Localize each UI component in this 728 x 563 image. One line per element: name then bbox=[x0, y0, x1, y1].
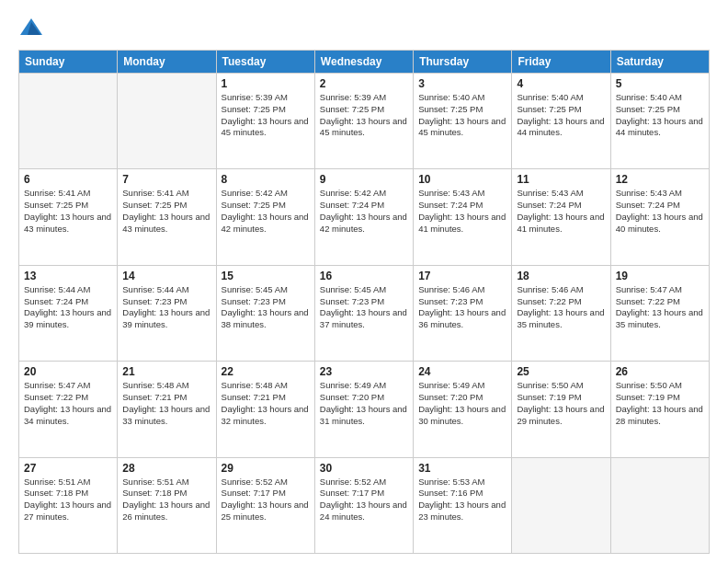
day-info: Sunrise: 5:40 AM Sunset: 7:25 PM Dayligh… bbox=[616, 92, 704, 139]
day-info: Sunrise: 5:45 AM Sunset: 7:23 PM Dayligh… bbox=[320, 284, 408, 331]
calendar-cell: 22Sunrise: 5:48 AM Sunset: 7:21 PM Dayli… bbox=[216, 362, 314, 457]
day-number: 13 bbox=[24, 270, 112, 282]
calendar-cell: 20Sunrise: 5:47 AM Sunset: 7:22 PM Dayli… bbox=[19, 362, 118, 457]
day-number: 9 bbox=[320, 173, 408, 186]
calendar-cell: 5Sunrise: 5:40 AM Sunset: 7:25 PM Daylig… bbox=[610, 74, 709, 169]
calendar-cell: 30Sunrise: 5:52 AM Sunset: 7:17 PM Dayli… bbox=[314, 457, 413, 553]
calendar-cell: 4Sunrise: 5:40 AM Sunset: 7:25 PM Daylig… bbox=[512, 74, 610, 169]
day-info: Sunrise: 5:42 AM Sunset: 7:25 PM Dayligh… bbox=[222, 188, 310, 235]
calendar-cell: 24Sunrise: 5:49 AM Sunset: 7:20 PM Dayli… bbox=[414, 362, 512, 457]
calendar-cell: 11Sunrise: 5:43 AM Sunset: 7:24 PM Dayli… bbox=[512, 169, 610, 265]
weekday-wednesday: Wednesday bbox=[314, 51, 413, 74]
day-number: 12 bbox=[616, 173, 704, 186]
day-number: 19 bbox=[616, 270, 704, 282]
logo bbox=[18, 15, 48, 40]
day-info: Sunrise: 5:43 AM Sunset: 7:24 PM Dayligh… bbox=[616, 188, 704, 235]
day-info: Sunrise: 5:46 AM Sunset: 7:23 PM Dayligh… bbox=[418, 284, 506, 331]
calendar-cell: 17Sunrise: 5:46 AM Sunset: 7:23 PM Dayli… bbox=[414, 265, 512, 361]
week-row-2: 6Sunrise: 5:41 AM Sunset: 7:25 PM Daylig… bbox=[19, 169, 710, 265]
calendar-cell: 21Sunrise: 5:48 AM Sunset: 7:21 PM Dayli… bbox=[118, 362, 216, 457]
day-number: 30 bbox=[320, 462, 408, 475]
calendar-cell: 19Sunrise: 5:47 AM Sunset: 7:22 PM Dayli… bbox=[610, 265, 709, 361]
day-number: 7 bbox=[122, 173, 210, 186]
calendar-cell: 1Sunrise: 5:39 AM Sunset: 7:25 PM Daylig… bbox=[216, 74, 314, 169]
week-row-3: 13Sunrise: 5:44 AM Sunset: 7:24 PM Dayli… bbox=[19, 265, 710, 361]
calendar-cell: 8Sunrise: 5:42 AM Sunset: 7:25 PM Daylig… bbox=[216, 169, 314, 265]
day-number: 1 bbox=[222, 77, 310, 90]
day-number: 24 bbox=[418, 365, 506, 378]
weekday-header-row: SundayMondayTuesdayWednesdayThursdayFrid… bbox=[19, 51, 710, 74]
day-info: Sunrise: 5:45 AM Sunset: 7:23 PM Dayligh… bbox=[222, 284, 310, 331]
day-number: 10 bbox=[418, 173, 506, 186]
calendar-cell: 23Sunrise: 5:49 AM Sunset: 7:20 PM Dayli… bbox=[314, 362, 413, 457]
calendar-cell: 29Sunrise: 5:52 AM Sunset: 7:17 PM Dayli… bbox=[216, 457, 314, 553]
calendar-cell: 16Sunrise: 5:45 AM Sunset: 7:23 PM Dayli… bbox=[314, 265, 413, 361]
calendar-cell: 10Sunrise: 5:43 AM Sunset: 7:24 PM Dayli… bbox=[414, 169, 512, 265]
day-number: 21 bbox=[122, 365, 210, 378]
weekday-thursday: Thursday bbox=[414, 51, 512, 74]
day-info: Sunrise: 5:42 AM Sunset: 7:24 PM Dayligh… bbox=[320, 188, 408, 235]
day-info: Sunrise: 5:52 AM Sunset: 7:17 PM Dayligh… bbox=[222, 477, 310, 523]
day-number: 17 bbox=[418, 270, 506, 282]
logo-icon bbox=[18, 15, 44, 40]
calendar-cell: 2Sunrise: 5:39 AM Sunset: 7:25 PM Daylig… bbox=[314, 74, 413, 169]
day-number: 25 bbox=[517, 365, 605, 378]
calendar-cell: 3Sunrise: 5:40 AM Sunset: 7:25 PM Daylig… bbox=[414, 74, 512, 169]
day-info: Sunrise: 5:48 AM Sunset: 7:21 PM Dayligh… bbox=[122, 380, 210, 427]
calendar-cell: 9Sunrise: 5:42 AM Sunset: 7:24 PM Daylig… bbox=[314, 169, 413, 265]
day-info: Sunrise: 5:51 AM Sunset: 7:18 PM Dayligh… bbox=[24, 477, 112, 523]
day-info: Sunrise: 5:40 AM Sunset: 7:25 PM Dayligh… bbox=[418, 92, 506, 139]
calendar-cell: 25Sunrise: 5:50 AM Sunset: 7:19 PM Dayli… bbox=[512, 362, 610, 457]
day-number: 16 bbox=[320, 270, 408, 282]
day-number: 15 bbox=[222, 270, 310, 282]
calendar-cell: 18Sunrise: 5:46 AM Sunset: 7:22 PM Dayli… bbox=[512, 265, 610, 361]
calendar-cell: 26Sunrise: 5:50 AM Sunset: 7:19 PM Dayli… bbox=[610, 362, 709, 457]
calendar-cell: 13Sunrise: 5:44 AM Sunset: 7:24 PM Dayli… bbox=[19, 265, 118, 361]
day-number: 8 bbox=[222, 173, 310, 186]
day-number: 14 bbox=[122, 270, 210, 282]
day-info: Sunrise: 5:49 AM Sunset: 7:20 PM Dayligh… bbox=[320, 380, 408, 427]
weekday-saturday: Saturday bbox=[610, 51, 709, 74]
day-info: Sunrise: 5:48 AM Sunset: 7:21 PM Dayligh… bbox=[222, 380, 310, 427]
day-number: 11 bbox=[517, 173, 605, 186]
calendar-cell: 14Sunrise: 5:44 AM Sunset: 7:23 PM Dayli… bbox=[118, 265, 216, 361]
day-info: Sunrise: 5:51 AM Sunset: 7:18 PM Dayligh… bbox=[122, 477, 210, 523]
day-number: 20 bbox=[24, 365, 112, 378]
day-info: Sunrise: 5:39 AM Sunset: 7:25 PM Dayligh… bbox=[222, 92, 310, 139]
day-info: Sunrise: 5:46 AM Sunset: 7:22 PM Dayligh… bbox=[517, 284, 605, 331]
day-number: 23 bbox=[320, 365, 408, 378]
day-number: 4 bbox=[517, 77, 605, 90]
day-number: 6 bbox=[24, 173, 112, 186]
day-info: Sunrise: 5:50 AM Sunset: 7:19 PM Dayligh… bbox=[517, 380, 605, 427]
weekday-friday: Friday bbox=[512, 51, 610, 74]
calendar-cell bbox=[118, 74, 216, 169]
calendar-cell bbox=[19, 74, 118, 169]
day-info: Sunrise: 5:53 AM Sunset: 7:16 PM Dayligh… bbox=[418, 477, 506, 523]
day-number: 31 bbox=[418, 462, 506, 475]
weekday-monday: Monday bbox=[118, 51, 216, 74]
day-info: Sunrise: 5:41 AM Sunset: 7:25 PM Dayligh… bbox=[122, 188, 210, 235]
day-info: Sunrise: 5:43 AM Sunset: 7:24 PM Dayligh… bbox=[517, 188, 605, 235]
day-number: 3 bbox=[418, 77, 506, 90]
day-info: Sunrise: 5:40 AM Sunset: 7:25 PM Dayligh… bbox=[517, 92, 605, 139]
calendar-cell: 27Sunrise: 5:51 AM Sunset: 7:18 PM Dayli… bbox=[19, 457, 118, 553]
day-info: Sunrise: 5:49 AM Sunset: 7:20 PM Dayligh… bbox=[418, 380, 506, 427]
header bbox=[18, 15, 710, 40]
day-info: Sunrise: 5:47 AM Sunset: 7:22 PM Dayligh… bbox=[24, 380, 112, 427]
day-number: 28 bbox=[122, 462, 210, 475]
calendar-cell: 15Sunrise: 5:45 AM Sunset: 7:23 PM Dayli… bbox=[216, 265, 314, 361]
day-number: 5 bbox=[616, 77, 704, 90]
weekday-sunday: Sunday bbox=[19, 51, 118, 74]
calendar-cell: 6Sunrise: 5:41 AM Sunset: 7:25 PM Daylig… bbox=[19, 169, 118, 265]
day-info: Sunrise: 5:44 AM Sunset: 7:23 PM Dayligh… bbox=[122, 284, 210, 331]
day-number: 29 bbox=[222, 462, 310, 475]
day-info: Sunrise: 5:47 AM Sunset: 7:22 PM Dayligh… bbox=[616, 284, 704, 331]
day-info: Sunrise: 5:44 AM Sunset: 7:24 PM Dayligh… bbox=[24, 284, 112, 331]
week-row-4: 20Sunrise: 5:47 AM Sunset: 7:22 PM Dayli… bbox=[19, 362, 710, 457]
day-info: Sunrise: 5:39 AM Sunset: 7:25 PM Dayligh… bbox=[320, 92, 408, 139]
day-number: 26 bbox=[616, 365, 704, 378]
day-info: Sunrise: 5:50 AM Sunset: 7:19 PM Dayligh… bbox=[616, 380, 704, 427]
page: SundayMondayTuesdayWednesdayThursdayFrid… bbox=[0, 0, 728, 563]
day-number: 22 bbox=[222, 365, 310, 378]
calendar-cell: 7Sunrise: 5:41 AM Sunset: 7:25 PM Daylig… bbox=[118, 169, 216, 265]
